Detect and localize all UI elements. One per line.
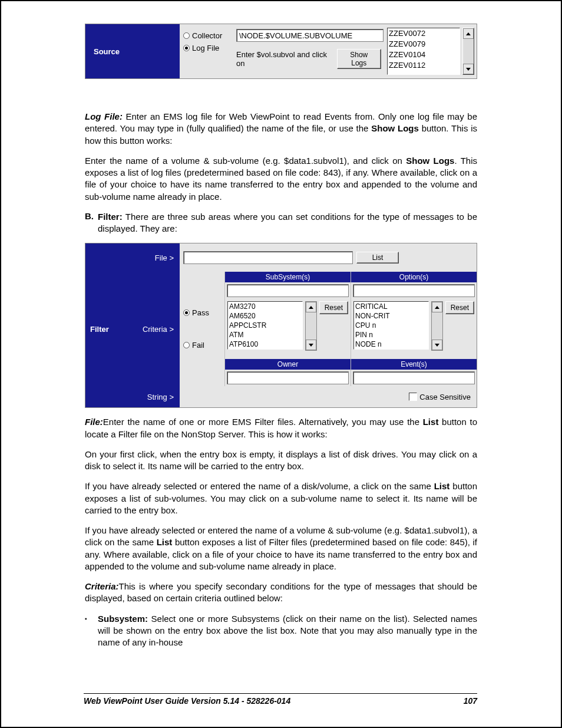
list-item[interactable]: NON-CRIT [355,311,428,321]
filter-row-string-label: String > [85,386,180,407]
list-item[interactable]: ZZEV0104 [389,50,459,60]
scroll-down-icon[interactable] [432,340,442,350]
radio-logfile-label: Log File [192,44,219,52]
radio-icon [183,32,190,39]
source-path-input[interactable] [236,29,384,42]
paragraph-criteria: Criteria:This is where you specify secon… [85,581,477,605]
options-list[interactable]: CRITICAL NON-CRIT CPU n PIN n NODE n [353,301,429,350]
list-item[interactable]: CRITICAL [355,302,428,311]
source-hint-text: Enter $vol.subvol and click on [236,50,335,68]
list-item[interactable]: ZZEV0112 [389,60,459,71]
filter-file-input[interactable] [183,251,353,264]
filter-title: Filter [90,325,109,334]
filter-row-criteria-label: Filter Criteria > [85,272,180,386]
scroll-up-icon[interactable] [463,28,474,39]
list-item[interactable]: AM6520 [229,311,302,321]
reset-subsystems-button[interactable]: Reset [319,301,348,314]
source-panel: Source Collector Log File [85,24,477,79]
events-input[interactable] [353,371,475,384]
header-owner: Owner [225,359,351,370]
case-sensitive-label: Case Sensitive [419,393,471,401]
source-log-list[interactable]: ZZEV0072 ZZEV0079 ZZEV0104 ZZEV0112 [387,28,460,75]
show-logs-button[interactable]: Show Logs [337,49,381,69]
list-item[interactable]: APPCLSTR [229,321,302,330]
scroll-up-icon[interactable] [432,302,442,312]
radio-logfile[interactable]: Log File [183,44,236,52]
list-item[interactable]: CPU n [355,321,428,330]
list-item[interactable]: ATP6100 [229,340,302,349]
footer-title: Web ViewPoint User Guide Version 5.14 - … [84,696,290,706]
filter-row-file-label: File > [85,243,180,272]
header-events: Event(s) [351,359,477,370]
list-item[interactable]: AM3270 [229,302,302,311]
list-button[interactable]: List [356,252,399,263]
subsystems-input[interactable] [227,284,349,297]
filter-panel: File > Filter Criteria > String > List [85,243,477,408]
source-title: Source [94,47,120,56]
subsystems-list[interactable]: AM3270 AM6520 APPCLSTR ATM ATP6100 [227,301,303,350]
radio-icon [183,342,190,348]
radio-fail[interactable]: Fail [183,341,224,350]
radio-collector-label: Collector [192,31,222,40]
list-item[interactable]: ATM [229,330,302,340]
radio-collector[interactable]: Collector [183,31,236,40]
list-item[interactable]: PIN n [355,330,428,340]
scroll-up-icon[interactable] [306,302,316,312]
header-subsystems: SubSystem(s) [225,272,351,282]
paragraph-file-3: If you have already selected or entered … [85,480,477,516]
source-list-scrollbar[interactable] [462,28,474,75]
case-sensitive-checkbox[interactable] [409,393,417,401]
radio-icon [183,309,190,316]
header-options: Option(s) [351,272,477,282]
paragraph-file-2: On your first click, when the entry box … [85,449,477,473]
options-scrollbar[interactable] [431,301,443,351]
list-item[interactable]: ZZEV0079 [389,39,459,50]
options-input[interactable] [353,284,475,297]
list-item[interactable]: ZZEV0072 [389,28,459,39]
section-b: B. Filter: There are three sub areas whe… [85,211,477,235]
radio-pass[interactable]: Pass [183,308,224,317]
bullet-subsystem: ▪ Subsystem: Select one or more Subsyste… [85,613,477,649]
section-b-letter: B. [85,211,98,235]
owner-input[interactable] [227,371,349,384]
scroll-down-icon[interactable] [306,340,316,350]
scroll-down-icon[interactable] [463,64,474,74]
radio-pass-label: Pass [192,308,209,317]
radio-icon [183,45,190,51]
paragraph-file-1: File:Enter the name of one or more EMS F… [85,416,477,440]
reset-options-button[interactable]: Reset [445,301,474,314]
list-item[interactable]: NODE n [355,340,428,349]
radio-fail-label: Fail [192,341,204,350]
paragraph-logfile-2: Enter the name of a volume & sub-volume … [85,155,477,203]
paragraph-file-4: If you have already selected or entered … [85,525,477,572]
page-footer: Web ViewPoint User Guide Version 5.14 - … [84,693,477,706]
footer-page-number: 107 [464,696,477,706]
source-header: Source [85,24,180,78]
paragraph-logfile-1: Log File: Enter an EMS log file for Web … [85,111,477,147]
subsystems-scrollbar[interactable] [305,301,317,351]
